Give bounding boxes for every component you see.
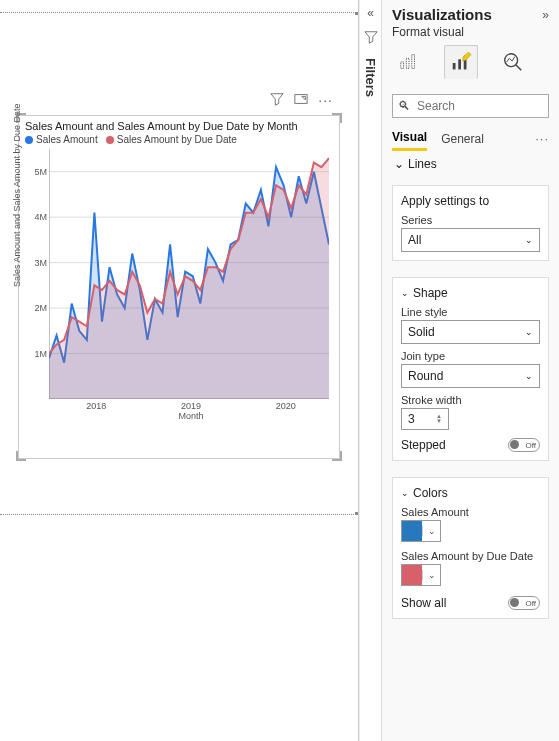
- chevron-down-icon: ⌄: [525, 327, 533, 337]
- subtab-more-icon[interactable]: ···: [535, 131, 549, 146]
- resize-handle-br[interactable]: [332, 451, 342, 461]
- svg-rect-11: [453, 63, 456, 69]
- spin-down-icon[interactable]: ▼: [436, 419, 442, 424]
- chevron-down-icon: ⌄: [525, 235, 533, 245]
- chevron-down-icon: ⌄: [422, 526, 440, 536]
- search-input[interactable]: [392, 94, 549, 118]
- search-icon: 🔍︎: [398, 99, 410, 113]
- svg-rect-12: [458, 59, 461, 69]
- colors-section-header[interactable]: ⌄ Colors: [401, 486, 540, 500]
- chevron-down-icon: ⌄: [394, 157, 404, 171]
- filters-pane-icon[interactable]: [364, 30, 378, 48]
- stepped-toggle[interactable]: Off: [508, 438, 540, 452]
- svg-line-15: [516, 65, 522, 71]
- chevron-down-icon: ⌄: [401, 288, 409, 298]
- report-canvas[interactable]: ··· Sales Amount and Sales Amount by Due…: [0, 0, 359, 741]
- show-all-value: Off: [525, 599, 536, 608]
- svg-rect-8: [401, 62, 404, 68]
- stroke-width-label: Stroke width: [401, 394, 540, 406]
- chart-title: Sales Amount and Sales Amount by Due Dat…: [19, 116, 339, 134]
- stepped-label: Stepped: [401, 438, 446, 452]
- collapse-bar: « Filters: [359, 0, 381, 741]
- legend-item-1: Sales Amount: [36, 134, 98, 145]
- chart-plot-area: [49, 149, 329, 399]
- build-visual-tab[interactable]: [392, 45, 426, 79]
- general-subtab[interactable]: General: [441, 128, 484, 150]
- chart-legend: Sales Amount Sales Amount by Due Date: [19, 134, 339, 149]
- resize-handle-bl[interactable]: [16, 451, 26, 461]
- chevron-down-icon: ⌄: [401, 488, 409, 498]
- color1-picker[interactable]: ⌄: [401, 520, 441, 542]
- format-visual-tab[interactable]: [444, 45, 478, 79]
- join-type-value: Round: [408, 369, 443, 383]
- filter-icon[interactable]: [270, 92, 284, 110]
- chart-visual[interactable]: ··· Sales Amount and Sales Amount by Due…: [18, 115, 340, 459]
- series-dropdown[interactable]: All ⌄: [401, 228, 540, 252]
- y-axis-ticks: 1M2M3M4M5M: [21, 149, 47, 405]
- svg-rect-10: [412, 55, 415, 69]
- color2-label: Sales Amount by Due Date: [401, 550, 540, 562]
- focus-mode-icon[interactable]: [294, 92, 308, 110]
- x-axis-ticks: 201820192020: [49, 399, 333, 411]
- lines-label: Lines: [408, 157, 437, 171]
- shape-section-header[interactable]: ⌄ Shape: [401, 286, 540, 300]
- resize-handle-tr[interactable]: [332, 113, 342, 123]
- color2-picker[interactable]: ⌄: [401, 564, 441, 586]
- more-options-icon[interactable]: ···: [318, 92, 333, 110]
- shape-label: Shape: [413, 286, 448, 300]
- colors-label: Colors: [413, 486, 448, 500]
- show-all-label: Show all: [401, 596, 446, 610]
- series-label: Series: [401, 214, 540, 226]
- visualizations-panel: Visualizations » Format visual ⌃ 🔍︎ Visu…: [381, 0, 559, 741]
- color2-swatch: [402, 565, 422, 585]
- panel-subtitle: Format visual: [382, 25, 559, 45]
- expand-chevron-icon[interactable]: »: [542, 8, 549, 22]
- stroke-width-input[interactable]: 3 ▲▼: [401, 408, 449, 430]
- panel-title: Visualizations: [392, 6, 492, 23]
- show-all-toggle[interactable]: Off: [508, 596, 540, 610]
- stepped-value: Off: [525, 441, 536, 450]
- filters-label[interactable]: Filters: [363, 58, 378, 97]
- chevron-down-icon: ⌄: [525, 371, 533, 381]
- line-style-value: Solid: [408, 325, 435, 339]
- lines-section-header[interactable]: ⌄ Lines: [382, 151, 559, 177]
- join-type-dropdown[interactable]: Round ⌄: [401, 364, 540, 388]
- series-value: All: [408, 233, 421, 247]
- chevron-down-icon: ⌄: [422, 570, 440, 580]
- apply-settings-section: Apply settings to Series All ⌄: [392, 185, 549, 261]
- svg-rect-9: [406, 58, 409, 68]
- colors-section: ⌄ Colors Sales Amount ⌄ Sales Amount by …: [392, 477, 549, 619]
- shape-section: ⌄ Shape Line style Solid ⌄ Join type Rou…: [392, 277, 549, 461]
- collapse-chevron-icon[interactable]: «: [367, 6, 374, 20]
- line-style-label: Line style: [401, 306, 540, 318]
- x-axis-title: Month: [49, 411, 333, 421]
- color1-swatch: [402, 521, 422, 541]
- apply-settings-label: Apply settings to: [401, 194, 540, 208]
- stroke-width-value: 3: [408, 412, 415, 426]
- analytics-tab[interactable]: [496, 45, 530, 79]
- color1-label: Sales Amount: [401, 506, 540, 518]
- line-style-dropdown[interactable]: Solid ⌄: [401, 320, 540, 344]
- join-type-label: Join type: [401, 350, 540, 362]
- legend-item-2: Sales Amount by Due Date: [117, 134, 237, 145]
- visual-subtab[interactable]: Visual: [392, 126, 427, 151]
